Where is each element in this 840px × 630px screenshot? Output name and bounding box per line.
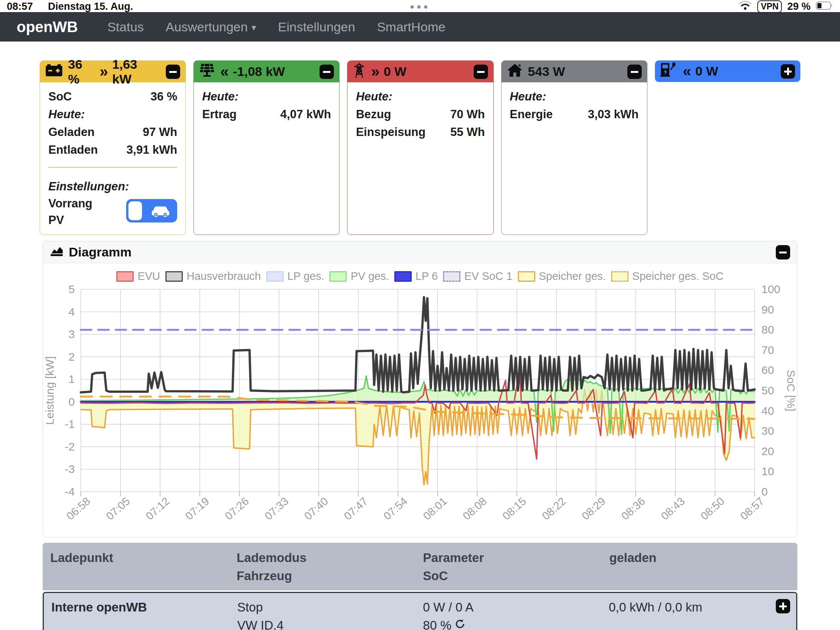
- chart-legend: EVUHausverbrauchLP ges.PV ges.LP 6EV SoC…: [43, 263, 797, 285]
- battery-icon: [816, 1, 833, 13]
- evu-card: » 0 W Heute: Bezug70 Wh Einspeisung55 Wh: [347, 60, 493, 235]
- legend-label: LP ges.: [287, 270, 324, 283]
- chevron-down-icon: ▾: [251, 22, 256, 33]
- soc-value: 36 %: [151, 88, 177, 105]
- legend-label: PV ges.: [351, 270, 389, 283]
- entladen-value: 3,91 kWh: [126, 141, 177, 159]
- arrow-right-icon: »: [100, 63, 107, 80]
- collapse-button[interactable]: [474, 65, 488, 79]
- nav-item-status[interactable]: Status: [107, 20, 144, 35]
- car-icon: [151, 205, 171, 218]
- collapse-button[interactable]: [166, 65, 180, 79]
- svg-text:70: 70: [761, 344, 774, 356]
- vpn-badge: VPN: [757, 0, 782, 13]
- charged-cell: 0,0 kWh / 0,0 km: [609, 598, 789, 630]
- ertrag-value: 4,07 kWh: [280, 105, 331, 123]
- house-card: 543 W Heute: Energie3,03 kWh: [501, 60, 647, 235]
- svg-text:40: 40: [761, 404, 774, 417]
- svg-text:10: 10: [761, 465, 774, 477]
- svg-text:3: 3: [68, 328, 75, 340]
- legend-swatch: [116, 271, 134, 282]
- date: Dienstag 15. Aug.: [48, 1, 133, 13]
- svg-text:5: 5: [68, 285, 75, 295]
- svg-text:100: 100: [761, 285, 780, 295]
- svg-text:90: 90: [761, 303, 774, 316]
- transmission-tower-icon: [353, 62, 366, 81]
- legend-item[interactable]: LP ges.: [266, 270, 324, 283]
- chargepoint-name: Interne openWB: [51, 598, 237, 630]
- toggle-thumb: [128, 201, 142, 220]
- legend-label: EV SoC 1: [464, 270, 512, 283]
- nav-item-auswertungen[interactable]: Auswertungen ▾: [166, 20, 256, 35]
- collapse-button[interactable]: [319, 65, 334, 79]
- table-header: Ladepunkt Lademodus Fahrzeug Parameter S…: [43, 543, 797, 591]
- ertrag-label: Ertrag: [202, 105, 237, 123]
- legend-label: EVU: [137, 270, 160, 283]
- evu-card-body: Heute: Bezug70 Wh Einspeisung55 Wh: [347, 82, 493, 235]
- svg-text:0: 0: [68, 395, 75, 408]
- legend-item[interactable]: EV SoC 1: [443, 270, 512, 283]
- battery-percent: 29 %: [787, 1, 810, 13]
- svg-text:08:08: 08:08: [460, 495, 489, 522]
- navbar: openWB Status Auswertungen ▾ Einstellung…: [0, 12, 840, 41]
- charge-mode: Stop: [237, 598, 423, 616]
- legend-swatch: [266, 271, 284, 282]
- pv-card-body: Heute: Ertrag4,07 kWh: [194, 82, 339, 235]
- legend-item[interactable]: EVU: [116, 270, 160, 283]
- arrow-left-icon: «: [220, 63, 227, 80]
- svg-text:0: 0: [761, 485, 768, 498]
- svg-text:50: 50: [761, 384, 774, 396]
- legend-item[interactable]: Hausverbrauch: [166, 270, 261, 283]
- battery-soc-header: 36 %: [68, 57, 95, 87]
- col-geladen: geladen: [609, 549, 790, 585]
- car-battery-icon: [45, 63, 63, 80]
- arrow-left-icon: «: [683, 63, 690, 80]
- summary-cards: 36 % » 1,63 kW SoC36 % Heute: Geladen97 …: [39, 60, 801, 235]
- collapse-button[interactable]: [776, 245, 790, 259]
- bezug-value: 70 Wh: [450, 105, 485, 123]
- battery-card-body: SoC36 % Heute: Geladen97 Wh Entladen3,91…: [40, 82, 185, 235]
- vehicle-soc: 80 %: [423, 616, 452, 630]
- einspeisung-value: 55 Wh: [450, 123, 485, 141]
- svg-text:07:33: 07:33: [262, 495, 291, 522]
- svg-text:08:01: 08:01: [421, 495, 449, 522]
- legend-item[interactable]: LP 6: [394, 270, 438, 283]
- diagram-title: Diagramm: [69, 245, 131, 259]
- legend-label: Hausverbrauch: [186, 270, 261, 283]
- svg-text:30: 30: [761, 425, 774, 437]
- legend-label: LP 6: [415, 270, 438, 283]
- legend-swatch: [518, 271, 535, 282]
- legend-swatch: [394, 271, 412, 282]
- heute-label: Heute:: [356, 88, 485, 105]
- legend-item[interactable]: Speicher ges. SoC: [611, 270, 724, 283]
- svg-text:07:54: 07:54: [381, 495, 409, 522]
- nav-item-einstellungen[interactable]: Einstellungen: [278, 20, 355, 35]
- nav-item-smarthome[interactable]: SmartHome: [377, 20, 445, 35]
- einspeisung-label: Einspeisung: [356, 123, 425, 141]
- chargepoint-card-header: « 0 W: [655, 60, 801, 82]
- svg-text:-1: -1: [65, 418, 75, 430]
- wifi-icon: [738, 0, 752, 13]
- refresh-icon[interactable]: [455, 616, 466, 630]
- svg-text:07:26: 07:26: [223, 495, 251, 522]
- vorrang-pv-toggle[interactable]: [126, 199, 177, 223]
- chart-area-icon: [50, 245, 63, 260]
- ellipsis-icon: ●●●: [410, 2, 430, 11]
- power-current: 0 W / 0 A: [423, 598, 609, 616]
- expand-row-button[interactable]: [776, 599, 790, 613]
- legend-item[interactable]: Speicher ges.: [518, 270, 606, 283]
- legend-swatch: [611, 271, 628, 282]
- vehicle-name: VW ID.4: [237, 616, 423, 630]
- svg-text:07:05: 07:05: [104, 495, 132, 522]
- brand-logo[interactable]: openWB: [17, 19, 78, 35]
- legend-item[interactable]: PV ges.: [329, 270, 389, 283]
- expand-button[interactable]: [781, 64, 795, 79]
- parameter-cell: 0 W / 0 A 80 %: [423, 598, 609, 630]
- chargepoint-power: 0 W: [695, 64, 718, 79]
- solar-panel-icon: [199, 63, 215, 81]
- divider: [48, 167, 177, 168]
- chargepoint-card: « 0 W: [655, 60, 801, 82]
- collapse-button[interactable]: [627, 65, 642, 79]
- battery-power: 1,63 kW: [112, 57, 155, 87]
- svg-text:08:57: 08:57: [738, 495, 766, 522]
